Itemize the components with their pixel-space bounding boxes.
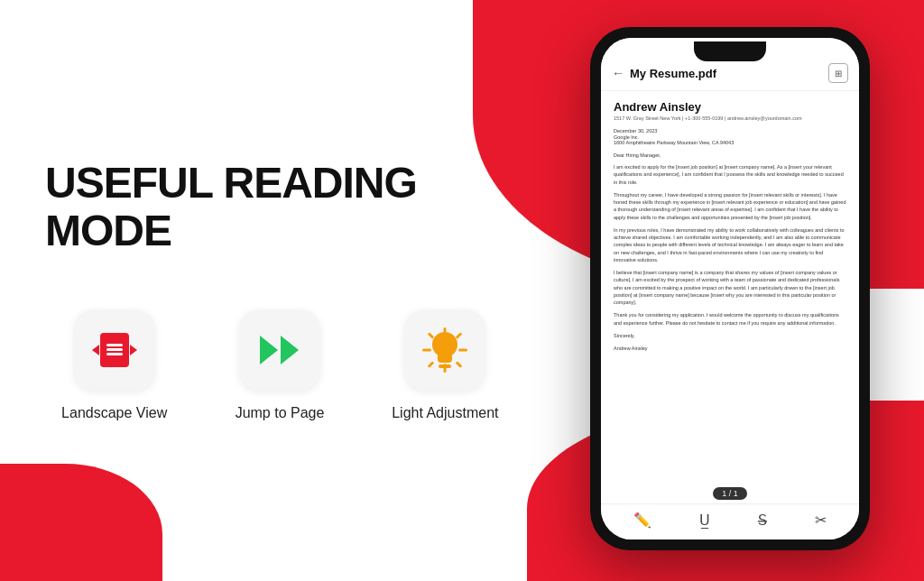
feature-landscape[interactable]: Landscape View bbox=[45, 309, 183, 421]
main-title: USEFUL READING MODE bbox=[45, 160, 514, 255]
landscape-icon-wrapper bbox=[74, 309, 155, 391]
strikethrough-icon[interactable]: S̶ bbox=[758, 512, 767, 529]
pdf-content: Andrew Ainsley 1517 W. Gray Street New Y… bbox=[601, 91, 859, 484]
phone-outer: ← My Resume.pdf ⊞ Andrew Ainsley 1517 W.… bbox=[590, 27, 870, 550]
resume-body1: I am excited to apply for the [insert jo… bbox=[614, 163, 846, 186]
resume-body5: Thank you for considering my application… bbox=[614, 311, 846, 327]
phone-mockup: ← My Resume.pdf ⊞ Andrew Ainsley 1517 W.… bbox=[590, 27, 870, 550]
pdf-menu-icon[interactable]: ⊞ bbox=[828, 63, 848, 83]
resume-date: December 30, 2023 bbox=[614, 128, 846, 134]
pen-icon[interactable]: ✏️ bbox=[633, 512, 651, 529]
resume-company: Google Inc. 1600 Amphitheatre Parkway Mo… bbox=[614, 134, 846, 145]
back-arrow-icon[interactable]: ← bbox=[612, 66, 624, 80]
pdf-title: My Resume.pdf bbox=[630, 67, 716, 80]
resume-body4: I believe that [insert company name] is … bbox=[614, 269, 846, 306]
resume-closing: Sincerely, bbox=[614, 332, 846, 339]
light-icon-wrapper bbox=[404, 309, 485, 391]
light-label: Light Adjustment bbox=[392, 405, 498, 421]
feature-jump[interactable]: Jump to Page bbox=[210, 309, 348, 421]
pdf-header: ← My Resume.pdf ⊞ bbox=[601, 38, 859, 91]
underline-icon[interactable]: U̲ bbox=[699, 512, 710, 529]
resume-body2: Throughout my career, I have developed a… bbox=[614, 191, 846, 221]
resume-greeting: Dear Hiring Manager, bbox=[614, 152, 846, 158]
light-icon bbox=[422, 327, 467, 373]
jump-icon-wrapper bbox=[239, 309, 320, 391]
resume-contact: 1517 W. Gray Street New York | +1-300-55… bbox=[614, 115, 846, 121]
features-row: Landscape View Jump to Page bbox=[45, 309, 514, 421]
phone-screen: ← My Resume.pdf ⊞ Andrew Ainsley 1517 W.… bbox=[601, 38, 859, 540]
feature-light[interactable]: Light Adjustment bbox=[376, 309, 514, 421]
page-indicator: 1 / 1 bbox=[601, 484, 859, 503]
landscape-label: Landscape View bbox=[61, 405, 167, 421]
content-area: USEFUL READING MODE Landscape View Jum bbox=[0, 0, 559, 581]
jump-label: Jump to Page bbox=[236, 405, 325, 421]
page-badge: 1 / 1 bbox=[713, 487, 747, 500]
resume-signature: Andrew Ainsley bbox=[614, 345, 846, 352]
resume-name: Andrew Ainsley bbox=[614, 100, 846, 114]
scissors-icon[interactable]: ✂ bbox=[815, 512, 827, 529]
jump-icon bbox=[260, 336, 299, 364]
resume-body3: In my previous roles, I have demonstrate… bbox=[614, 226, 846, 263]
pdf-header-left: ← My Resume.pdf bbox=[612, 66, 716, 80]
landscape-icon bbox=[92, 333, 137, 367]
pdf-toolbar: ✏️ U̲ S̶ ✂ bbox=[601, 503, 859, 540]
